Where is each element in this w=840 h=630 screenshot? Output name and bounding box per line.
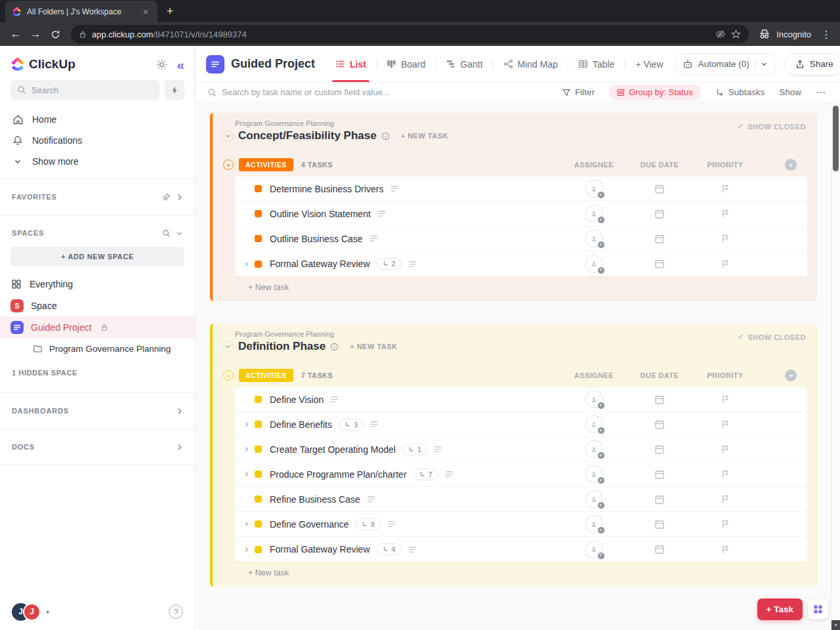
task-row[interactable]: Outline Vision Statement +	[235, 201, 807, 226]
expand-subtasks-icon[interactable]	[242, 521, 251, 527]
task-search[interactable]	[207, 87, 547, 97]
tab-list[interactable]: List	[326, 46, 376, 82]
refresh-button[interactable]	[46, 25, 64, 43]
due-date-button[interactable]	[627, 444, 692, 455]
spaces-section-header[interactable]: SPACES	[0, 222, 195, 244]
description-icon[interactable]	[408, 261, 417, 268]
back-button[interactable]: ←	[7, 25, 25, 43]
task-name[interactable]: Outline Business Case	[270, 234, 363, 244]
add-view-button[interactable]: + View	[625, 59, 673, 70]
collapse-sidebar-icon[interactable]: «	[177, 58, 184, 72]
sidebar-item-notifications[interactable]: Notifications	[0, 130, 195, 151]
add-task-button[interactable]: + New task	[248, 283, 807, 292]
apps-grid-button[interactable]	[808, 599, 828, 620]
add-assignee-button[interactable]: +	[585, 440, 603, 458]
description-icon[interactable]	[387, 520, 396, 528]
add-column-button[interactable]: +	[785, 159, 797, 171]
dashboards-section-header[interactable]: DASHBOARDS	[0, 400, 195, 422]
new-task-header-button[interactable]: + NEW TASK	[350, 343, 397, 350]
show-button[interactable]: Show	[779, 87, 801, 97]
priority-button[interactable]	[692, 469, 758, 479]
add-assignee-button[interactable]: +	[585, 415, 603, 433]
priority-button[interactable]	[692, 519, 758, 529]
due-date-button[interactable]	[627, 419, 692, 430]
task-row[interactable]: Formal Gateway Review 2 +	[235, 251, 807, 276]
description-icon[interactable]	[377, 210, 386, 217]
task-status-square[interactable]	[255, 235, 262, 242]
subtask-count-badge[interactable]: 1	[402, 444, 427, 455]
tab-gantt[interactable]: Gantt	[436, 46, 492, 82]
add-assignee-button[interactable]: +	[585, 541, 603, 558]
subtask-count-badge[interactable]: 3	[339, 419, 364, 430]
browser-tab[interactable]: All Folders | J's Workspace ×	[5, 1, 158, 22]
priority-button[interactable]	[692, 209, 758, 219]
chevron-right-icon[interactable]	[176, 194, 183, 201]
task-row[interactable]: Determine Business Drivers +	[235, 177, 807, 201]
tab-mind-map[interactable]: Mind Map	[494, 46, 568, 82]
due-date-button[interactable]	[627, 469, 692, 480]
expand-subtasks-icon[interactable]	[242, 421, 251, 427]
task-status-square[interactable]	[255, 546, 262, 553]
chevron-down-icon[interactable]: ▾	[46, 608, 49, 616]
task-status-square[interactable]	[255, 520, 262, 528]
help-button[interactable]: ?	[169, 604, 183, 619]
group-by-button[interactable]: Group by: Status	[609, 85, 701, 100]
pin-icon[interactable]	[162, 193, 171, 201]
new-tab-button[interactable]: +	[161, 3, 178, 20]
task-status-square[interactable]	[255, 471, 262, 478]
subtask-count-badge[interactable]: 9	[356, 518, 381, 530]
priority-button[interactable]	[692, 259, 758, 269]
expand-subtasks-icon[interactable]	[242, 261, 251, 267]
task-name[interactable]: Refine Business Case	[270, 494, 360, 505]
subtask-count-badge[interactable]: 2	[377, 258, 402, 270]
chevron-down-icon[interactable]	[761, 60, 768, 68]
settings-gear-icon[interactable]	[156, 59, 167, 70]
task-name[interactable]: Define Vision	[270, 394, 324, 405]
new-task-header-button[interactable]: + NEW TASK	[401, 132, 448, 140]
bookmark-star-icon[interactable]	[731, 30, 741, 39]
chevron-down-icon[interactable]	[176, 230, 183, 237]
show-closed-button[interactable]: ✓ SHOW CLOSED	[738, 122, 806, 131]
task-status-square[interactable]	[255, 210, 262, 217]
add-assignee-button[interactable]: +	[585, 255, 603, 273]
chevron-right-icon[interactable]	[176, 444, 183, 451]
subtask-count-badge[interactable]: 7	[413, 469, 438, 480]
task-status-square[interactable]	[255, 495, 262, 503]
task-status-square[interactable]	[255, 396, 262, 403]
forward-button[interactable]: →	[26, 25, 45, 43]
subtask-count-badge[interactable]: 4	[377, 543, 402, 555]
collapse-status-icon[interactable]	[223, 370, 234, 381]
due-date-button[interactable]	[627, 234, 692, 244]
status-badge[interactable]: ACTIVITIES	[239, 369, 293, 382]
add-assignee-button[interactable]: +	[585, 205, 603, 222]
collapse-status-icon[interactable]	[223, 159, 234, 170]
scrollbar-thumb[interactable]	[833, 106, 839, 171]
task-name[interactable]: Determine Business Drivers	[270, 184, 384, 194]
sidebar-item-guided-project[interactable]: Guided Project	[0, 316, 195, 338]
filter-button[interactable]: Filter	[562, 87, 595, 97]
expand-subtasks-icon[interactable]	[242, 471, 251, 477]
task-row[interactable]: Produce Programme Plan/charter 7 +	[235, 462, 807, 487]
add-column-button[interactable]: +	[785, 369, 797, 381]
task-name[interactable]: Produce Programme Plan/charter	[270, 469, 407, 480]
priority-button[interactable]	[692, 545, 758, 555]
favorites-section-header[interactable]: FAVORITES	[0, 186, 195, 208]
priority-button[interactable]	[692, 394, 758, 404]
task-status-square[interactable]	[255, 421, 262, 428]
task-row[interactable]: Define Benefits 3 +	[235, 412, 807, 437]
task-name[interactable]: Outline Vision Statement	[270, 209, 371, 219]
user-avatar[interactable]: J	[23, 603, 41, 621]
search-icon[interactable]	[162, 229, 171, 238]
description-icon[interactable]	[390, 185, 399, 192]
task-search-input[interactable]	[222, 87, 458, 97]
info-icon[interactable]	[330, 343, 339, 351]
description-icon[interactable]	[408, 546, 417, 553]
share-button[interactable]: Share	[784, 53, 840, 75]
eye-blocked-icon[interactable]	[715, 29, 726, 39]
task-name[interactable]: Formal Gateway Review	[270, 259, 370, 269]
add-assignee-button[interactable]: +	[585, 390, 603, 408]
expand-subtasks-icon[interactable]	[242, 547, 251, 553]
due-date-button[interactable]	[627, 209, 692, 219]
description-icon[interactable]	[434, 446, 442, 453]
priority-button[interactable]	[692, 494, 758, 504]
